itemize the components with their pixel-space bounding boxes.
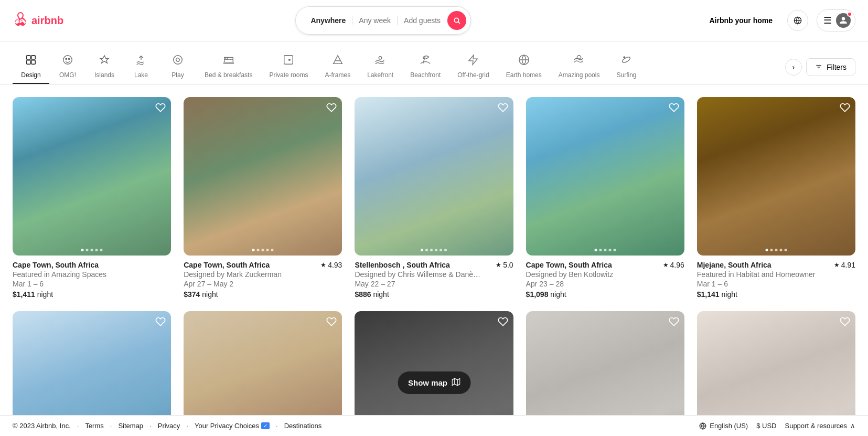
listing-subtitle: Designed by Mark Zuckerman <box>184 270 342 279</box>
globe-button[interactable] <box>787 10 808 31</box>
logo[interactable]: airbnb <box>13 11 63 30</box>
categories-next-button[interactable]: › <box>785 59 802 76</box>
category-item-beachfront[interactable]: Beachfront <box>402 50 449 84</box>
search-button[interactable] <box>447 11 466 30</box>
category-label-private-rooms: Private rooms <box>269 71 308 79</box>
listing-price: $1,411 night <box>13 290 171 299</box>
off-the-grid-icon <box>467 54 479 68</box>
star-icon: ★ <box>320 261 326 269</box>
listing-card[interactable]: Cape Town, South Africa ★ 4.96 Designed … <box>526 97 684 299</box>
listing-title-row: Stellenbosch , South Africa ★ 5.0 <box>355 261 513 269</box>
wishlist-button[interactable] <box>326 316 337 328</box>
footer-destinations[interactable]: Destinations <box>284 422 322 430</box>
support-resources[interactable]: Support & resources ∧ <box>785 422 855 430</box>
guests-input[interactable]: Add guests <box>398 16 447 25</box>
category-item-private-rooms[interactable]: Private rooms <box>261 50 316 84</box>
star-icon: ★ <box>496 261 501 269</box>
earth-homes-icon <box>518 54 530 68</box>
listing-image <box>526 97 684 256</box>
dot <box>252 249 255 251</box>
airbnb-home-button[interactable]: Airbnb your home <box>703 12 779 29</box>
listing-dates: Mar 1 – 6 <box>697 280 855 288</box>
svg-point-22 <box>624 57 625 58</box>
wishlist-button[interactable] <box>840 102 850 114</box>
dot <box>86 249 89 251</box>
category-label-surfing: Surfing <box>616 71 636 79</box>
dates-input[interactable]: Any week <box>352 16 398 25</box>
listing-card[interactable]: Cape Town, South Africa ★ 4.93 Designed … <box>184 97 342 299</box>
listing-image-wrap <box>697 97 855 256</box>
category-item-bed-breakfasts[interactable]: Bed & breakfasts <box>196 50 261 84</box>
category-item-earth-homes[interactable]: Earth homes <box>498 50 550 84</box>
listing-dots <box>252 249 274 251</box>
category-label-bed-breakfasts: Bed & breakfasts <box>205 71 252 79</box>
footer-terms[interactable]: Terms <box>85 422 103 430</box>
header-right: Airbnb your home ☰ <box>703 9 855 31</box>
listing-info: Cape Town, South Africa Featured in Amaz… <box>13 261 171 299</box>
wishlist-button[interactable] <box>840 316 850 328</box>
footer-sitemap[interactable]: Sitemap <box>118 422 143 430</box>
listing-subtitle: Featured in Habitat and Homeowner <box>697 270 855 279</box>
category-item-amazing-pools[interactable]: Amazing pools <box>550 50 608 84</box>
dot <box>604 249 606 251</box>
listing-image-wrap <box>526 97 684 256</box>
listing-card[interactable]: Mjejane, South Africa ★ 4.91 Featured in… <box>697 97 855 299</box>
notification-badge <box>847 12 852 17</box>
listing-card[interactable]: Stellenbosch , South Africa ★ 5.0 Design… <box>355 97 513 299</box>
dot <box>594 249 597 251</box>
category-item-lake[interactable]: Lake <box>123 50 159 84</box>
category-item-design[interactable]: Design <box>13 50 49 84</box>
listing-image <box>697 97 855 256</box>
star-icon: ★ <box>663 261 669 269</box>
location-input[interactable]: Anywhere <box>304 16 352 25</box>
categories-nav: Design OMG! Islands Lake <box>0 41 868 84</box>
wishlist-button[interactable] <box>669 316 679 328</box>
listing-card[interactable]: Cape Town, South Africa Featured in Amaz… <box>13 97 171 299</box>
search-bar[interactable]: Anywhere Any week Add guests <box>295 6 471 35</box>
wishlist-button[interactable] <box>498 102 508 114</box>
dot <box>95 249 98 251</box>
filters-label: Filters <box>827 63 846 71</box>
wishlist-button[interactable] <box>669 102 679 114</box>
listing-dates: Mar 1 – 6 <box>13 280 171 288</box>
currency-label: $ USD <box>756 422 776 430</box>
wishlist-button[interactable] <box>498 316 508 328</box>
dot <box>444 249 447 251</box>
listing-location: Cape Town, South Africa <box>184 261 270 269</box>
dot <box>430 249 433 251</box>
listing-info: Cape Town, South Africa ★ 4.96 Designed … <box>526 261 684 299</box>
wishlist-button[interactable] <box>155 316 166 328</box>
language-selector[interactable]: English (US) <box>699 422 748 430</box>
filters-button[interactable]: Filters <box>806 58 855 76</box>
show-map-label: Show map <box>408 378 447 387</box>
listing-image <box>184 97 342 256</box>
category-item-off-the-grid[interactable]: Off-the-grid <box>449 50 497 84</box>
footer-privacy[interactable]: Privacy <box>158 422 180 430</box>
islands-icon <box>99 54 110 68</box>
currency-selector[interactable]: $ USD <box>756 422 776 430</box>
wishlist-button[interactable] <box>326 102 337 114</box>
wishlist-button[interactable] <box>155 102 166 114</box>
category-item-surfing[interactable]: Surfing <box>608 50 645 84</box>
listing-rating: ★ 4.96 <box>663 261 684 269</box>
category-item-islands[interactable]: Islands <box>86 50 123 84</box>
category-item-a-frames[interactable]: A-frames <box>316 50 359 84</box>
listing-location: Cape Town, South Africa <box>526 261 612 269</box>
listing-price: $374 night <box>184 290 342 299</box>
category-item-lakefront[interactable]: Lakefront <box>359 50 402 84</box>
show-map-button[interactable]: Show map <box>398 371 470 394</box>
category-item-play[interactable]: Play <box>159 50 196 84</box>
svg-point-16 <box>379 57 382 60</box>
category-label-beachfront: Beachfront <box>410 71 441 79</box>
listing-subtitle: Featured in Amazing Spaces <box>13 270 171 279</box>
dot <box>775 249 777 251</box>
listing-dates: Apr 23 – 28 <box>526 280 684 288</box>
listing-info: Cape Town, South Africa ★ 4.93 Designed … <box>184 261 342 299</box>
svg-point-21 <box>622 56 631 64</box>
footer-right: English (US) $ USD Support & resources ∧ <box>699 422 855 430</box>
price-unit: night <box>550 290 566 299</box>
footer-privacy-choices[interactable]: Your Privacy Choices ✓ <box>195 422 270 430</box>
category-item-omg[interactable]: OMG! <box>49 50 86 84</box>
svg-point-9 <box>66 58 67 60</box>
user-menu[interactable]: ☰ <box>817 9 855 31</box>
